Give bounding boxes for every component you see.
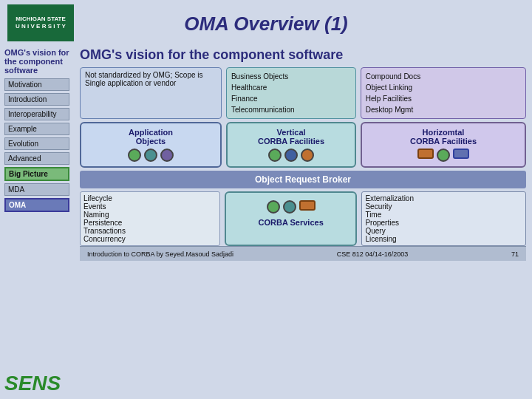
sens-logo: SENS — [4, 366, 69, 395]
sidebar: OMG's vision for the component software … — [0, 44, 74, 399]
not-standardized-text: Not standardized by OMG; Scope is Single… — [85, 71, 216, 87]
circle-blue — [284, 149, 298, 162]
compound-docs-box: Compound DocsObject LinkingHelp Faciliti… — [361, 67, 526, 119]
page-title: OMA Overview (1) — [184, 13, 348, 35]
compound-docs-text: Compound DocsObject LinkingHelp Faciliti… — [366, 71, 521, 115]
circle-teal — [144, 149, 157, 162]
corba-services-box: CORBA Services — [225, 191, 358, 246]
sidebar-item-evolution[interactable]: Evolution — [4, 137, 69, 150]
sidebar-section-title: OMG's vision for the component software — [4, 48, 69, 75]
footer-center: CSE 812 04/14-16/2003 — [337, 250, 409, 258]
circle-green3 — [437, 149, 450, 162]
sidebar-item-motivation[interactable]: Motivation — [4, 78, 69, 91]
circle-purple — [160, 149, 174, 162]
rect-blue — [453, 149, 469, 159]
application-objects-box: ApplicationObjects — [80, 122, 222, 168]
cs-rect — [299, 200, 316, 211]
vertical-corba-box: VerticalCORBA Facilities — [226, 122, 356, 168]
cs-circle-green — [267, 200, 280, 214]
corba-circles — [231, 200, 352, 214]
vision-title: OMG's vision for the component software — [80, 47, 526, 63]
middle-row: ApplicationObjects VerticalCORBA Facilit… — [80, 122, 526, 168]
not-standardized-box: Not standardized by OMG; Scope is Single… — [80, 67, 222, 119]
sidebar-item-advanced[interactable]: Advanced — [4, 152, 69, 165]
sidebar-item-oma[interactable]: OMA — [4, 198, 69, 212]
footer: Introduction to CORBA by Seyed.Masoud Sa… — [80, 246, 526, 261]
sidebar-item-interoperability[interactable]: Interoperability — [4, 108, 69, 120]
footer-left: Introduction to CORBA by Seyed.Masoud Sa… — [87, 250, 233, 258]
sidebar-item-mda[interactable]: MDA — [4, 183, 69, 196]
lifecycle-box: LifecycleEventsNamingPersistenceTransact… — [80, 191, 220, 246]
circle-green — [128, 149, 141, 162]
footer-right: 71 — [511, 250, 519, 258]
circle-green2 — [268, 149, 282, 162]
rect-orange — [417, 149, 434, 159]
top-row: Not standardized by OMG; Scope is Single… — [80, 67, 526, 119]
circle-orange — [301, 149, 314, 162]
bottom-row: LifecycleEventsNamingPersistenceTransact… — [80, 191, 526, 246]
sidebar-item-example[interactable]: Example — [4, 123, 69, 135]
orb-band: Object Request Broker — [80, 171, 526, 188]
sidebar-item-bigpicture[interactable]: Big Picture — [4, 167, 69, 181]
sidebar-item-introduction[interactable]: Introduction — [4, 93, 69, 106]
externalization-box: ExternalizationSecurityTimePropertiesQue… — [361, 191, 526, 246]
horizontal-corba-box: HorizomtalCORBA Facilities — [361, 122, 526, 168]
business-objects-box: Business ObjectsHealthcareFinanceTelecom… — [226, 67, 356, 119]
header: OMA Overview (1) — [0, 0, 532, 44]
business-objects-text: Business ObjectsHealthcareFinanceTelecom… — [231, 71, 351, 115]
cs-circle-teal — [283, 200, 296, 214]
